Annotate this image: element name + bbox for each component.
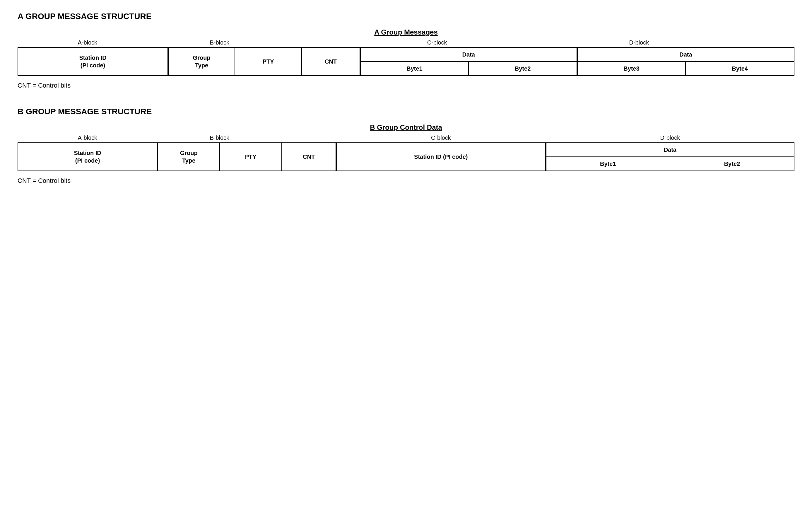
a-group-header-row: Station ID(PI code) GroupType PTY CNT Da… xyxy=(18,48,794,62)
b-byte2-cell: Byte2 xyxy=(670,157,794,171)
b-block-label-c: C-block xyxy=(336,135,546,141)
a-byte1-cell: Byte1 xyxy=(360,62,469,76)
b-cnt-cell: CNT xyxy=(282,143,336,171)
a-group-section: A GROUP MESSAGE STRUCTURE A Group Messag… xyxy=(18,12,794,89)
a-group-block-labels: A-block B-block C-block D-block xyxy=(18,39,794,46)
b-group-block-labels: A-block B-block C-block D-block xyxy=(18,135,794,141)
a-block-label-d: D-block xyxy=(538,39,740,46)
b-station-id-cell: Station ID(PI code) xyxy=(18,143,158,171)
a-group-subtitle: A Group Messages xyxy=(18,28,794,36)
a-block-label-a: A-block xyxy=(18,39,158,46)
a-byte2-cell: Byte2 xyxy=(469,62,577,76)
a-cnt-note: CNT = Control bits xyxy=(18,82,794,89)
a-group-type-cell: GroupType xyxy=(168,48,235,76)
b-block-label-a: A-block xyxy=(18,135,158,141)
b-station-id-pi-cell: Station ID (PI code) xyxy=(336,143,546,171)
b-d-data-header: Data xyxy=(546,143,794,157)
b-byte1-cell: Byte1 xyxy=(546,157,670,171)
b-group-type-cell: GroupType xyxy=(158,143,220,171)
a-block-label-b: B-block xyxy=(158,39,282,46)
a-pty-cell: PTY xyxy=(235,48,302,76)
b-group-subtitle: B Group Control Data xyxy=(18,123,794,132)
b-group-title: B GROUP MESSAGE STRUCTURE xyxy=(18,107,794,116)
a-byte4-cell: Byte4 xyxy=(686,62,794,76)
a-block-label-c: C-block xyxy=(336,39,538,46)
b-block-label-b: B-block xyxy=(158,135,282,141)
a-byte3-cell: Byte3 xyxy=(577,62,686,76)
a-block-label-b2 xyxy=(282,39,336,46)
b-group-header-row: Station ID(PI code) GroupType PTY CNT St… xyxy=(18,143,794,157)
b-pty-cell: PTY xyxy=(220,143,282,171)
b-cnt-note: CNT = Control bits xyxy=(18,177,794,185)
a-group-table: Station ID(PI code) GroupType PTY CNT Da… xyxy=(18,47,794,76)
a-station-id-cell: Station ID(PI code) xyxy=(18,48,168,76)
a-group-title: A GROUP MESSAGE STRUCTURE xyxy=(18,12,794,21)
a-cnt-cell: CNT xyxy=(302,48,360,76)
b-block-label-d: D-block xyxy=(546,135,794,141)
b-block-label-b2 xyxy=(282,135,336,141)
a-c-data-header: Data xyxy=(360,48,577,62)
b-group-section: B GROUP MESSAGE STRUCTURE B Group Contro… xyxy=(18,107,794,185)
a-d-data-header: Data xyxy=(577,48,794,62)
b-group-table: Station ID(PI code) GroupType PTY CNT St… xyxy=(18,142,794,171)
